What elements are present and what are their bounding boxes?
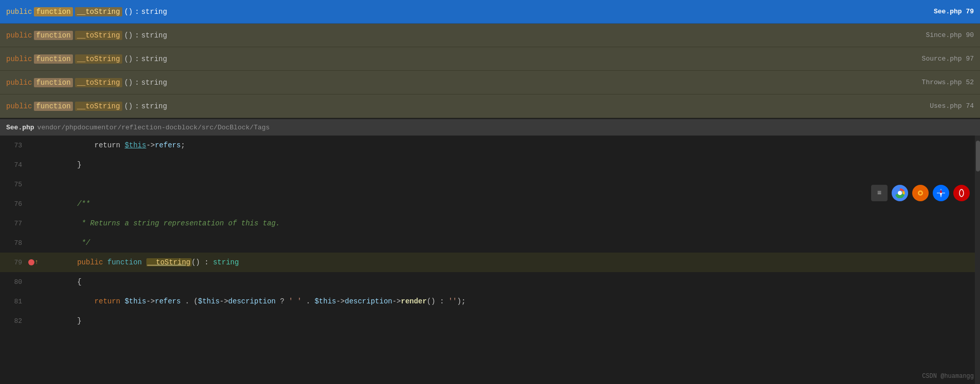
keyword-public: public — [6, 55, 32, 63]
colon: : — [135, 8, 139, 16]
return-type: string — [141, 8, 167, 16]
breadcrumb-file: See.php — [6, 124, 34, 131]
line-number: 80 — [0, 278, 28, 286]
code-line-79: 79↑ public function __toString() : strin… — [0, 253, 980, 272]
keyword-function: function — [34, 78, 72, 87]
code-line-78: 78 */ — [0, 233, 980, 253]
colon: : — [135, 55, 139, 63]
suggestion-dropdown[interactable]: public function __toString() : stringSee… — [0, 0, 980, 118]
opera-icon[interactable] — [953, 185, 970, 201]
keyword-function: function — [34, 102, 72, 111]
code-line-82: 82 } — [0, 311, 980, 331]
keyword-function: function — [34, 7, 72, 16]
code-line-80: 80 { — [0, 272, 980, 292]
code-content: } — [39, 317, 82, 325]
line-number: 78 — [0, 239, 28, 247]
method-name: __toString — [75, 7, 122, 16]
breadcrumb: See.php vendor/phpdocumentor/reflection-… — [0, 119, 980, 136]
file-label: Source.php 97 — [922, 55, 974, 63]
keyword-public: public — [6, 102, 32, 110]
method-name: __toString — [75, 102, 122, 111]
return-type: string — [141, 102, 167, 110]
chrome-icon[interactable] — [892, 185, 908, 201]
colon: : — [135, 31, 139, 40]
breadcrumb-path: vendor/phpdocumentor/reflection-docblock… — [37, 124, 270, 131]
method-params: () — [124, 79, 133, 87]
code-content: */ — [39, 239, 90, 247]
line-number: 73 — [0, 142, 28, 149]
list-icon-symbol: ≡ — [877, 189, 881, 197]
keyword-function: function — [34, 54, 72, 64]
list-icon[interactable]: ≡ — [871, 185, 888, 201]
keyword-public: public — [6, 8, 32, 16]
line-number: 79 — [0, 259, 28, 266]
line-number: 75 — [0, 181, 28, 188]
code-line-73: 73 return $this->refers; — [0, 136, 980, 155]
line-number: 76 — [0, 200, 28, 208]
watermark-text: CSDN @huamangg — [922, 373, 974, 380]
suggestion-item-0[interactable]: public function __toString() : stringSee… — [0, 0, 980, 24]
firefox-icon[interactable] — [912, 185, 929, 201]
file-label: Since.php 90 — [926, 31, 974, 39]
code-content: return $this->refers . ($this->descripti… — [39, 297, 466, 305]
return-type: string — [141, 79, 167, 87]
suggestion-item-2[interactable]: public function __toString() : stringSou… — [0, 47, 980, 71]
method-name: __toString — [75, 78, 122, 87]
suggestion-item-1[interactable]: public function __toString() : stringSin… — [0, 24, 980, 47]
code-line-75: 75 — [0, 175, 980, 194]
return-type: string — [141, 55, 167, 63]
code-content: return $this->refers; — [39, 141, 185, 149]
breakpoint-icon[interactable] — [28, 259, 34, 265]
keyword-public: public — [6, 79, 32, 87]
line-gutter: ↑ — [28, 259, 39, 266]
svg-point-2 — [898, 191, 901, 195]
vertical-scrollbar[interactable] — [975, 136, 980, 384]
method-params: () — [124, 55, 133, 63]
keyword-public: public — [6, 31, 32, 40]
suggestion-item-4[interactable]: public function __toString() : stringUse… — [0, 94, 980, 118]
scrollbar-thumb[interactable] — [976, 141, 980, 171]
code-editor: 73 return $this->refers;74 }7576 /**77 *… — [0, 136, 980, 384]
keyword-function: function — [34, 31, 72, 40]
colon: : — [135, 79, 139, 87]
file-label: Uses.php 74 — [930, 102, 974, 110]
safari-icon[interactable] — [933, 185, 949, 201]
current-line-arrow-icon: ↑ — [34, 259, 38, 266]
method-name: __toString — [75, 54, 122, 64]
watermark: CSDN @huamangg — [922, 373, 974, 380]
method-params: () — [124, 8, 133, 16]
code-content: * Returns a string representation of thi… — [39, 219, 280, 227]
browser-icons-panel: ≡ — [871, 185, 970, 201]
code-content: { — [39, 278, 82, 286]
code-content: /** — [39, 200, 90, 208]
line-number: 81 — [0, 298, 28, 305]
code-line-77: 77 * Returns a string representation of … — [0, 214, 980, 233]
line-number: 82 — [0, 317, 28, 325]
line-number: 74 — [0, 161, 28, 169]
line-number: 77 — [0, 220, 28, 227]
method-params: () — [124, 31, 133, 40]
method-name: __toString — [75, 31, 122, 40]
code-content: public function __toString() : string — [39, 258, 239, 266]
file-label: See.php 79 — [934, 8, 974, 15]
return-type: string — [141, 31, 167, 40]
colon: : — [135, 102, 139, 110]
code-line-81: 81 return $this->refers . ($this->descri… — [0, 292, 980, 311]
method-params: () — [124, 102, 133, 110]
file-label: Throws.php 52 — [922, 79, 974, 86]
svg-point-5 — [919, 192, 922, 195]
code-content: } — [39, 161, 82, 169]
code-line-76: 76 /** — [0, 194, 980, 214]
code-line-74: 74 } — [0, 155, 980, 175]
suggestion-item-3[interactable]: public function __toString() : stringThr… — [0, 71, 980, 94]
